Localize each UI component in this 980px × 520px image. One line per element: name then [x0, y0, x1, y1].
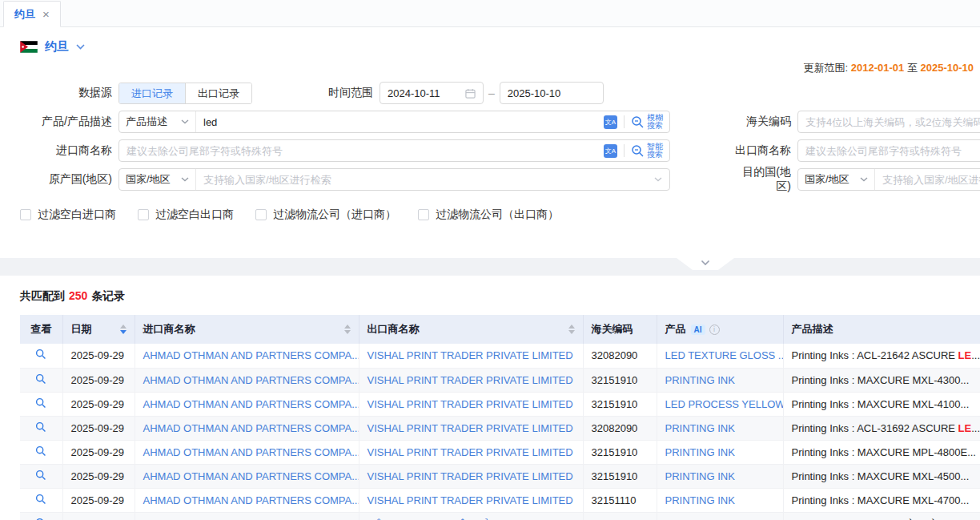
- cell-date: 2025-09-29: [62, 464, 135, 488]
- row-origin: 原产国(地区) 国家/地区 目的国(地区) 国家/地区: [0, 168, 980, 191]
- table-row: 2025-09-29AHMAD OTHMAN AND PARTNERS COMP…: [20, 416, 980, 440]
- calendar-icon: [465, 88, 476, 99]
- chevron-down-icon: [76, 44, 85, 50]
- translate-icon[interactable]: 文A: [604, 115, 617, 129]
- date-from-input[interactable]: 2024-10-11: [380, 82, 484, 104]
- product-search-input[interactable]: [196, 116, 604, 128]
- search-icon: [631, 144, 645, 158]
- product-label: 产品/产品描述: [20, 115, 112, 129]
- importer-link[interactable]: AHMAD OTHMAN AND PARTNERS COMPA...: [143, 398, 359, 410]
- product-type-select[interactable]: 产品描述: [119, 111, 196, 132]
- tab-jordan[interactable]: 约旦 ×: [3, 1, 61, 27]
- importer-link[interactable]: AHMAD OTHMAN AND PARTNERS COMPA...: [143, 374, 359, 386]
- product-link[interactable]: LED PROCESS YELLOW...: [665, 398, 784, 410]
- table-row: 2025-09-29AHMAD OTHMAN AND PARTNERS COMP…: [20, 440, 980, 464]
- cell-date: 2025-09-29: [62, 368, 135, 392]
- table-row: 2025-09-29AHMAD OTHMAN AND PARTNERS COMP…: [20, 368, 980, 392]
- view-record-button[interactable]: [35, 518, 46, 520]
- collapse-filters-handle[interactable]: [677, 258, 734, 270]
- product-link[interactable]: PRINTING INK: [665, 470, 735, 482]
- country-selector[interactable]: 约旦: [0, 27, 980, 61]
- product-link[interactable]: PRINTING INK: [665, 422, 735, 434]
- view-record-button[interactable]: [35, 373, 46, 385]
- product-link[interactable]: LED TEXTURE GLOSS ...: [665, 349, 784, 361]
- chevron-down-icon: [701, 260, 710, 266]
- sort-date-control[interactable]: [120, 324, 127, 334]
- smart-search-button[interactable]: 智能搜索: [631, 143, 669, 159]
- table-body: 2025-09-29AHMAD OTHMAN AND PARTNERS COMP…: [20, 344, 980, 520]
- importer-label: 进口商名称: [20, 143, 112, 158]
- view-record-button[interactable]: [35, 470, 46, 481]
- table-row: 2025-09-29AHMAD OTHMAN AND PARTNERS COMP…: [20, 344, 980, 368]
- sort-importer-control[interactable]: [344, 324, 351, 334]
- destination-country-select[interactable]: 国家/地区: [798, 169, 875, 190]
- update-range-to: 2025-10-10: [921, 62, 974, 74]
- time-range-label: 时间范围: [311, 86, 373, 100]
- cell-hs-code: 32151110: [583, 488, 657, 512]
- exporter-link[interactable]: VISHAL PRINT TRADER PRIVATE LIMITED: [368, 374, 573, 386]
- importer-link[interactable]: AHMAD OTHMAN AND PARTNERS COMPA...: [143, 349, 359, 361]
- view-record-button[interactable]: [35, 397, 46, 409]
- cell-hs-code: 32151910: [583, 440, 657, 464]
- exporter-link[interactable]: VISHAL PRINT TRADER PRIVATE LIMITED: [368, 422, 573, 434]
- cell-exporter: VISHAL PRINT TRADER PRIVATE LIMITED: [359, 344, 583, 368]
- checkbox-filter-blank-exporter[interactable]: 过滤空白出口商: [138, 208, 234, 222]
- cell-exporter: VISHAL PRINT TRADER PRIVATE LIMITED: [359, 368, 583, 392]
- search-icon: [631, 115, 645, 129]
- cell-importer: AHMAD OTHMAN AND PARTNERS COMPA...: [135, 368, 359, 392]
- info-icon[interactable]: i: [709, 324, 720, 335]
- cell-importer: AHMAD OTHMAN AND PARTNERS COMPA...: [135, 464, 359, 488]
- table-row: 2025-09-13SAMSUNG ELECTRONICS CO LTDCÔNG…: [20, 512, 980, 520]
- importer-link[interactable]: AHMAD OTHMAN AND PARTNERS COMPA...: [143, 446, 359, 458]
- importer-link[interactable]: AHMAD OTHMAN AND PARTNERS COMPA...: [143, 470, 359, 482]
- table-row: 2025-09-29AHMAD OTHMAN AND PARTNERS COMP…: [20, 464, 980, 488]
- importer-name-input[interactable]: [119, 145, 604, 157]
- cell-product: PRINTING INK: [657, 488, 783, 512]
- product-link[interactable]: PRINTING INK: [665, 446, 735, 458]
- cell-product: LED MONITOR: [657, 512, 783, 520]
- export-records-tab[interactable]: 出口记录: [185, 83, 251, 103]
- results-section: 共匹配到250条记录 查看 日期 进口商名称 出口商名称: [0, 276, 980, 520]
- checkbox-icon: [20, 209, 31, 220]
- import-records-tab[interactable]: 进口记录: [119, 83, 185, 103]
- view-record-button[interactable]: [35, 421, 46, 433]
- exporter-link[interactable]: VISHAL PRINT TRADER PRIVATE LIMITED: [368, 446, 573, 458]
- date-to-input[interactable]: 2025-10-10: [500, 82, 604, 104]
- product-search-group: 产品描述 文A 模糊搜索: [118, 111, 670, 133]
- checkbox-filter-logistics-exporter[interactable]: 过滤物流公司（出口商）: [418, 208, 559, 222]
- importer-link[interactable]: AHMAD OTHMAN AND PARTNERS COMPA...: [143, 422, 359, 434]
- origin-country-select[interactable]: 国家/地区: [119, 169, 196, 190]
- table-row: 2025-09-29AHMAD OTHMAN AND PARTNERS COMP…: [20, 488, 980, 512]
- checkbox-filter-logistics-importer[interactable]: 过滤物流公司（进口商）: [255, 208, 396, 222]
- importer-link[interactable]: AHMAD OTHMAN AND PARTNERS COMPA...: [143, 494, 359, 506]
- col-date: 日期: [62, 315, 135, 344]
- hs-code-input[interactable]: [797, 111, 980, 133]
- cell-product: LED TEXTURE GLOSS ...: [657, 344, 783, 368]
- translate-icon[interactable]: 文A: [604, 144, 617, 158]
- panel-bottom-spacer: [0, 240, 980, 258]
- fuzzy-search-button[interactable]: 模糊搜索: [631, 114, 669, 130]
- exporter-link[interactable]: VISHAL PRINT TRADER PRIVATE LIMITED: [368, 494, 573, 506]
- destination-country-input[interactable]: [875, 174, 980, 186]
- cell-date: 2025-09-29: [62, 440, 135, 464]
- checkbox-filter-blank-importer[interactable]: 过滤空白进口商: [20, 208, 116, 222]
- origin-country-input[interactable]: [196, 174, 654, 186]
- cell-date: 2025-09-29: [62, 488, 135, 512]
- exporter-name-input[interactable]: [797, 139, 980, 162]
- exporter-link[interactable]: VISHAL PRINT TRADER PRIVATE LIMITED: [368, 398, 573, 410]
- cell-product: LED PROCESS YELLOW...: [657, 392, 783, 416]
- table-row: 2025-09-29AHMAD OTHMAN AND PARTNERS COMP…: [20, 392, 980, 416]
- product-link[interactable]: PRINTING INK: [665, 374, 735, 386]
- tab-bar: 约旦 ×: [0, 0, 980, 27]
- tab-close-icon[interactable]: ×: [42, 7, 50, 21]
- cell-exporter: VISHAL PRINT TRADER PRIVATE LIMITED: [359, 416, 583, 440]
- view-record-button[interactable]: [35, 494, 46, 505]
- sort-exporter-control[interactable]: [568, 324, 575, 334]
- view-record-button[interactable]: [35, 349, 46, 360]
- exporter-link[interactable]: VISHAL PRINT TRADER PRIVATE LIMITED: [368, 349, 573, 361]
- cell-product-desc: Printing Inks : MAXCURE MPL-4800E...: [783, 440, 980, 464]
- view-record-button[interactable]: [35, 445, 46, 457]
- product-link[interactable]: PRINTING INK: [665, 494, 735, 506]
- exporter-link[interactable]: VISHAL PRINT TRADER PRIVATE LIMITED: [368, 470, 573, 482]
- cell-product: PRINTING INK: [657, 440, 783, 464]
